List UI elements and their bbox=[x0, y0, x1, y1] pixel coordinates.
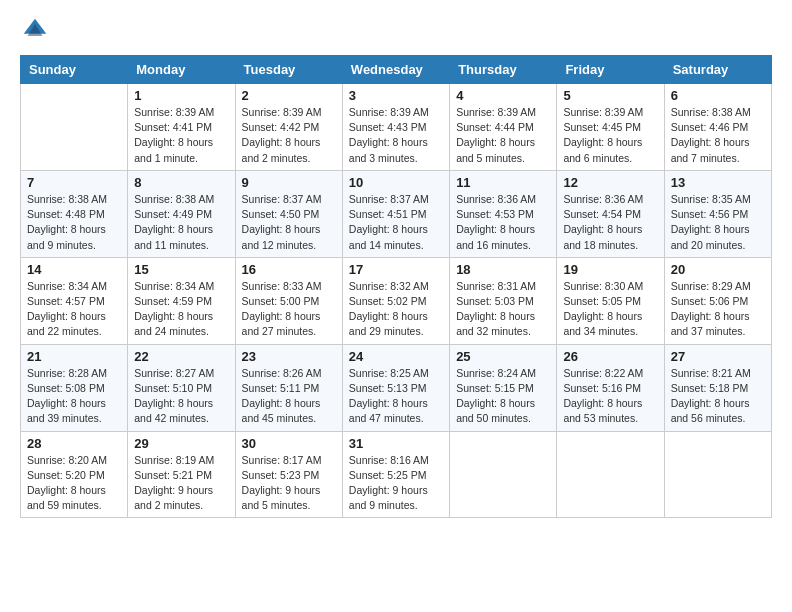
day-number: 5 bbox=[563, 88, 657, 103]
day-number: 31 bbox=[349, 436, 443, 451]
day-detail: Sunrise: 8:39 AMSunset: 4:41 PMDaylight:… bbox=[134, 105, 228, 166]
day-detail: Sunrise: 8:31 AMSunset: 5:03 PMDaylight:… bbox=[456, 279, 550, 340]
calendar-cell: 26Sunrise: 8:22 AMSunset: 5:16 PMDayligh… bbox=[557, 344, 664, 431]
day-number: 1 bbox=[134, 88, 228, 103]
calendar-cell: 9Sunrise: 8:37 AMSunset: 4:50 PMDaylight… bbox=[235, 170, 342, 257]
day-number: 17 bbox=[349, 262, 443, 277]
day-detail: Sunrise: 8:29 AMSunset: 5:06 PMDaylight:… bbox=[671, 279, 765, 340]
day-number: 13 bbox=[671, 175, 765, 190]
calendar-cell: 22Sunrise: 8:27 AMSunset: 5:10 PMDayligh… bbox=[128, 344, 235, 431]
day-number: 20 bbox=[671, 262, 765, 277]
day-number: 24 bbox=[349, 349, 443, 364]
day-number: 19 bbox=[563, 262, 657, 277]
day-number: 15 bbox=[134, 262, 228, 277]
calendar-cell bbox=[21, 84, 128, 171]
day-number: 11 bbox=[456, 175, 550, 190]
day-detail: Sunrise: 8:38 AMSunset: 4:49 PMDaylight:… bbox=[134, 192, 228, 253]
calendar-week-4: 21Sunrise: 8:28 AMSunset: 5:08 PMDayligh… bbox=[21, 344, 772, 431]
day-detail: Sunrise: 8:34 AMSunset: 4:59 PMDaylight:… bbox=[134, 279, 228, 340]
day-detail: Sunrise: 8:21 AMSunset: 5:18 PMDaylight:… bbox=[671, 366, 765, 427]
calendar-cell: 12Sunrise: 8:36 AMSunset: 4:54 PMDayligh… bbox=[557, 170, 664, 257]
day-detail: Sunrise: 8:36 AMSunset: 4:53 PMDaylight:… bbox=[456, 192, 550, 253]
day-number: 9 bbox=[242, 175, 336, 190]
calendar-cell: 8Sunrise: 8:38 AMSunset: 4:49 PMDaylight… bbox=[128, 170, 235, 257]
day-number: 18 bbox=[456, 262, 550, 277]
calendar-cell bbox=[450, 431, 557, 518]
calendar-week-1: 1Sunrise: 8:39 AMSunset: 4:41 PMDaylight… bbox=[21, 84, 772, 171]
day-detail: Sunrise: 8:28 AMSunset: 5:08 PMDaylight:… bbox=[27, 366, 121, 427]
column-header-sunday: Sunday bbox=[21, 56, 128, 84]
calendar-cell: 20Sunrise: 8:29 AMSunset: 5:06 PMDayligh… bbox=[664, 257, 771, 344]
day-number: 12 bbox=[563, 175, 657, 190]
calendar-cell: 14Sunrise: 8:34 AMSunset: 4:57 PMDayligh… bbox=[21, 257, 128, 344]
day-detail: Sunrise: 8:37 AMSunset: 4:51 PMDaylight:… bbox=[349, 192, 443, 253]
day-detail: Sunrise: 8:25 AMSunset: 5:13 PMDaylight:… bbox=[349, 366, 443, 427]
day-number: 29 bbox=[134, 436, 228, 451]
calendar-cell: 7Sunrise: 8:38 AMSunset: 4:48 PMDaylight… bbox=[21, 170, 128, 257]
day-detail: Sunrise: 8:22 AMSunset: 5:16 PMDaylight:… bbox=[563, 366, 657, 427]
day-detail: Sunrise: 8:33 AMSunset: 5:00 PMDaylight:… bbox=[242, 279, 336, 340]
calendar-cell: 11Sunrise: 8:36 AMSunset: 4:53 PMDayligh… bbox=[450, 170, 557, 257]
calendar-cell: 23Sunrise: 8:26 AMSunset: 5:11 PMDayligh… bbox=[235, 344, 342, 431]
calendar-cell: 17Sunrise: 8:32 AMSunset: 5:02 PMDayligh… bbox=[342, 257, 449, 344]
day-detail: Sunrise: 8:17 AMSunset: 5:23 PMDaylight:… bbox=[242, 453, 336, 514]
day-number: 28 bbox=[27, 436, 121, 451]
logo-icon bbox=[20, 15, 50, 45]
column-header-thursday: Thursday bbox=[450, 56, 557, 84]
calendar-cell: 27Sunrise: 8:21 AMSunset: 5:18 PMDayligh… bbox=[664, 344, 771, 431]
day-detail: Sunrise: 8:35 AMSunset: 4:56 PMDaylight:… bbox=[671, 192, 765, 253]
calendar-cell: 25Sunrise: 8:24 AMSunset: 5:15 PMDayligh… bbox=[450, 344, 557, 431]
day-number: 10 bbox=[349, 175, 443, 190]
day-detail: Sunrise: 8:27 AMSunset: 5:10 PMDaylight:… bbox=[134, 366, 228, 427]
day-detail: Sunrise: 8:38 AMSunset: 4:46 PMDaylight:… bbox=[671, 105, 765, 166]
calendar-cell: 1Sunrise: 8:39 AMSunset: 4:41 PMDaylight… bbox=[128, 84, 235, 171]
day-number: 4 bbox=[456, 88, 550, 103]
calendar-cell: 10Sunrise: 8:37 AMSunset: 4:51 PMDayligh… bbox=[342, 170, 449, 257]
day-number: 2 bbox=[242, 88, 336, 103]
day-number: 25 bbox=[456, 349, 550, 364]
day-number: 3 bbox=[349, 88, 443, 103]
column-header-friday: Friday bbox=[557, 56, 664, 84]
day-number: 27 bbox=[671, 349, 765, 364]
column-header-tuesday: Tuesday bbox=[235, 56, 342, 84]
column-header-monday: Monday bbox=[128, 56, 235, 84]
calendar-cell: 3Sunrise: 8:39 AMSunset: 4:43 PMDaylight… bbox=[342, 84, 449, 171]
calendar-cell: 13Sunrise: 8:35 AMSunset: 4:56 PMDayligh… bbox=[664, 170, 771, 257]
column-header-wednesday: Wednesday bbox=[342, 56, 449, 84]
day-number: 16 bbox=[242, 262, 336, 277]
day-number: 7 bbox=[27, 175, 121, 190]
day-detail: Sunrise: 8:32 AMSunset: 5:02 PMDaylight:… bbox=[349, 279, 443, 340]
day-detail: Sunrise: 8:30 AMSunset: 5:05 PMDaylight:… bbox=[563, 279, 657, 340]
page-header bbox=[20, 20, 772, 45]
day-detail: Sunrise: 8:26 AMSunset: 5:11 PMDaylight:… bbox=[242, 366, 336, 427]
calendar-cell: 18Sunrise: 8:31 AMSunset: 5:03 PMDayligh… bbox=[450, 257, 557, 344]
day-number: 8 bbox=[134, 175, 228, 190]
day-number: 23 bbox=[242, 349, 336, 364]
day-detail: Sunrise: 8:37 AMSunset: 4:50 PMDaylight:… bbox=[242, 192, 336, 253]
day-detail: Sunrise: 8:16 AMSunset: 5:25 PMDaylight:… bbox=[349, 453, 443, 514]
day-detail: Sunrise: 8:39 AMSunset: 4:45 PMDaylight:… bbox=[563, 105, 657, 166]
day-detail: Sunrise: 8:39 AMSunset: 4:42 PMDaylight:… bbox=[242, 105, 336, 166]
day-detail: Sunrise: 8:39 AMSunset: 4:43 PMDaylight:… bbox=[349, 105, 443, 166]
calendar-cell: 21Sunrise: 8:28 AMSunset: 5:08 PMDayligh… bbox=[21, 344, 128, 431]
day-number: 30 bbox=[242, 436, 336, 451]
calendar-table: SundayMondayTuesdayWednesdayThursdayFrid… bbox=[20, 55, 772, 518]
day-detail: Sunrise: 8:34 AMSunset: 4:57 PMDaylight:… bbox=[27, 279, 121, 340]
calendar-cell bbox=[664, 431, 771, 518]
day-detail: Sunrise: 8:36 AMSunset: 4:54 PMDaylight:… bbox=[563, 192, 657, 253]
day-number: 6 bbox=[671, 88, 765, 103]
calendar-cell: 4Sunrise: 8:39 AMSunset: 4:44 PMDaylight… bbox=[450, 84, 557, 171]
calendar-cell: 19Sunrise: 8:30 AMSunset: 5:05 PMDayligh… bbox=[557, 257, 664, 344]
day-detail: Sunrise: 8:20 AMSunset: 5:20 PMDaylight:… bbox=[27, 453, 121, 514]
calendar-week-3: 14Sunrise: 8:34 AMSunset: 4:57 PMDayligh… bbox=[21, 257, 772, 344]
calendar-week-5: 28Sunrise: 8:20 AMSunset: 5:20 PMDayligh… bbox=[21, 431, 772, 518]
calendar-header-row: SundayMondayTuesdayWednesdayThursdayFrid… bbox=[21, 56, 772, 84]
calendar-cell bbox=[557, 431, 664, 518]
day-detail: Sunrise: 8:39 AMSunset: 4:44 PMDaylight:… bbox=[456, 105, 550, 166]
calendar-cell: 16Sunrise: 8:33 AMSunset: 5:00 PMDayligh… bbox=[235, 257, 342, 344]
calendar-week-2: 7Sunrise: 8:38 AMSunset: 4:48 PMDaylight… bbox=[21, 170, 772, 257]
calendar-cell: 30Sunrise: 8:17 AMSunset: 5:23 PMDayligh… bbox=[235, 431, 342, 518]
day-detail: Sunrise: 8:24 AMSunset: 5:15 PMDaylight:… bbox=[456, 366, 550, 427]
calendar-cell: 6Sunrise: 8:38 AMSunset: 4:46 PMDaylight… bbox=[664, 84, 771, 171]
day-detail: Sunrise: 8:38 AMSunset: 4:48 PMDaylight:… bbox=[27, 192, 121, 253]
